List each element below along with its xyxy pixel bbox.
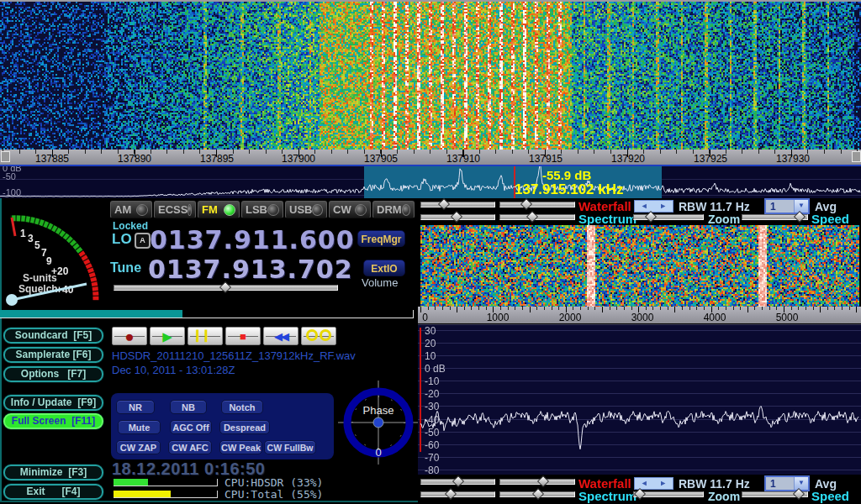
lower-speed-slider[interactable]: [742, 491, 808, 497]
play-button[interactable]: ▶: [150, 327, 185, 345]
lower-spectrum-contrast-slider[interactable]: [499, 491, 575, 497]
mode-led-icon: [267, 204, 279, 216]
mode-button-drm[interactable]: DRM: [372, 201, 415, 218]
cw-zap-button[interactable]: CW ZAP: [116, 440, 161, 454]
dropdown-arrow-icon[interactable]: ▼: [794, 200, 808, 213]
freqmgr-button[interactable]: FreqMgr: [357, 230, 405, 247]
nr-button[interactable]: NR: [116, 400, 155, 414]
slider-thumb[interactable]: [438, 198, 450, 210]
rbw-spinner[interactable]: ◄ ►: [634, 200, 673, 213]
audio-spectrum-display[interactable]: 30 20 10 0 dB -10 -20 -30 -40 -50 -60 -7…: [418, 324, 861, 475]
cpu-hdsdr-label: CPU:HDSDR (33%): [224, 476, 323, 489]
main-spectrum-display[interactable]: 0 dB -50 -100 -55.9 dB 137.915.102 kHz: [0, 165, 861, 198]
slider-thumb[interactable]: [537, 475, 549, 487]
mode-label: LSB: [246, 203, 267, 216]
mode-button-fm[interactable]: FM: [198, 201, 240, 218]
rewind-button[interactable]: ◀◀: [263, 327, 298, 345]
exit-button[interactable]: Exit [F4]: [3, 484, 103, 500]
info-update-button[interactable]: Info / Update [F9]: [3, 395, 103, 411]
options-button[interactable]: Options [F7]: [3, 366, 103, 382]
zoom-label: Zoom: [708, 213, 740, 226]
rbw-decrease-icon[interactable]: ◄: [635, 478, 654, 489]
lower-waterfall-brightness-slider[interactable]: [420, 479, 495, 485]
speed-label: Speed: [811, 212, 849, 226]
slider-thumb[interactable]: [445, 488, 457, 500]
waterfall-brightness-slider[interactable]: [420, 202, 495, 207]
main-spectrum-trace: [0, 166, 861, 198]
slider-thumb[interactable]: [526, 211, 538, 223]
samplerate-button[interactable]: Samplerate [F6]: [3, 347, 103, 363]
audio-waterfall-display[interactable]: [420, 225, 859, 307]
cw-afc-button[interactable]: CW AFC: [168, 440, 212, 454]
cw-peak-button[interactable]: CW Peak: [219, 440, 262, 454]
loop-button[interactable]: [301, 327, 336, 345]
dropdown-arrow-icon[interactable]: ▼: [794, 477, 808, 490]
minimize-button[interactable]: Minimize [F3]: [3, 465, 103, 480]
spectrum-brightness-slider[interactable]: [420, 214, 495, 220]
slider-thumb[interactable]: [645, 211, 657, 223]
record-button[interactable]: ●: [112, 327, 147, 345]
mode-button-ecss[interactable]: ECSS: [154, 201, 196, 218]
cursor-db-readout: -55.9 dB: [542, 168, 591, 182]
lower-zoom-slider[interactable]: [633, 491, 704, 497]
mode-led-icon: [312, 204, 323, 216]
phase-dot: [373, 417, 383, 428]
lower-waterfall-contrast-slider[interactable]: [499, 479, 575, 485]
lo-mode-badge[interactable]: A: [135, 233, 151, 249]
lower-spectrum-brightness-slider[interactable]: [420, 491, 495, 497]
mute-button[interactable]: Mute: [118, 420, 161, 434]
soundcard-button[interactable]: Soundcard [F5]: [3, 328, 103, 344]
mode-led-icon: [188, 204, 192, 216]
agc-button[interactable]: AGC Off: [170, 420, 212, 434]
squelch-needle-pivot[interactable]: [6, 294, 18, 306]
despread-button[interactable]: Despread: [219, 420, 270, 434]
stop-button[interactable]: ■: [225, 327, 261, 345]
rbw-decrease-icon[interactable]: ◄: [635, 201, 654, 212]
lo-frequency-display[interactable]: 0137.911.600: [150, 225, 355, 255]
spectrum-label: Spectrum: [578, 212, 637, 226]
freq-tick-label: 137930: [767, 153, 819, 165]
freq-tick-label: 137890: [108, 153, 161, 165]
loop-icon: [305, 329, 332, 344]
notch-button[interactable]: Notch: [221, 400, 263, 414]
freq-tick-label: 137900: [272, 153, 325, 165]
main-frequency-scale[interactable]: 137885 137890 137895 137900 137905 13791…: [0, 150, 861, 165]
main-waterfall-display[interactable]: [0, 0, 861, 150]
scale-left-endbox[interactable]: [1, 151, 10, 162]
cw-fullbw-button[interactable]: CW FullBw: [264, 440, 316, 454]
mode-button-usb[interactable]: USB: [285, 201, 327, 218]
playback-progress-fill: [0, 310, 182, 318]
extio-button[interactable]: ExtIO: [363, 260, 405, 276]
slider-thumb[interactable]: [532, 488, 544, 500]
zoom-slider[interactable]: [633, 214, 704, 220]
speed-slider[interactable]: [742, 214, 808, 220]
volume-slider[interactable]: [114, 285, 338, 291]
waterfall-contrast-slider[interactable]: [499, 202, 575, 207]
main-waterfall-canvas[interactable]: [0, 2, 861, 150]
control-panel: 1 3 5 7 9 +20 +40 S-units Squelch AM ECS…: [0, 198, 861, 504]
lower-avg-dropdown[interactable]: 1 ▼: [764, 475, 810, 491]
fullscreen-button[interactable]: Full Screen [F11]: [3, 413, 103, 429]
slider-thumb[interactable]: [520, 198, 532, 210]
rbw-increase-icon[interactable]: ►: [654, 478, 673, 489]
phase-zero-label: 0: [375, 446, 381, 459]
freq-tick-label: 137915: [520, 153, 572, 165]
audio-frequency-scale[interactable]: 0 1000 2000 3000 4000 5000: [418, 307, 861, 323]
tune-frequency-display[interactable]: 0137.913.702: [148, 255, 353, 284]
slider-thumb[interactable]: [450, 211, 462, 223]
nb-button[interactable]: NB: [170, 400, 207, 414]
spectrum-contrast-slider[interactable]: [499, 214, 575, 220]
mode-button-cw[interactable]: CW: [329, 201, 371, 218]
mode-button-am[interactable]: AM: [110, 201, 152, 218]
pause-button[interactable]: ▎▎: [188, 327, 223, 345]
freq-tick-label: 137885: [26, 153, 78, 165]
slider-thumb[interactable]: [452, 475, 464, 487]
volume-label: Volume: [362, 276, 398, 289]
avg-dropdown[interactable]: 1 ▼: [764, 198, 810, 214]
playback-progress-track[interactable]: [0, 310, 414, 318]
freq-tick-label: 137905: [355, 153, 407, 165]
lower-speed-label: Speed: [811, 489, 849, 503]
scale-right-endbox[interactable]: [852, 151, 861, 162]
mode-button-lsb[interactable]: LSB: [241, 201, 283, 218]
rbw-increase-icon[interactable]: ►: [654, 201, 673, 212]
